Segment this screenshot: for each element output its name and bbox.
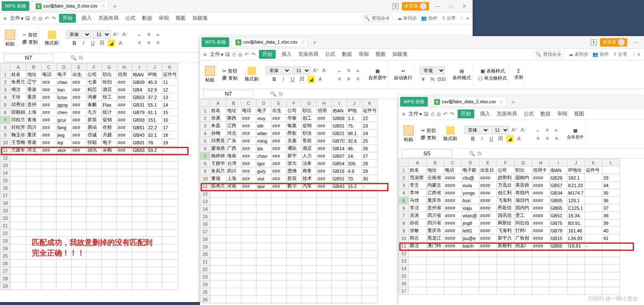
- align-center-icon[interactable]: ≡: [145, 39, 153, 47]
- cell[interactable]: [302, 266, 317, 273]
- cell[interactable]: [132, 199, 147, 207]
- cell[interactable]: 重庆: [26, 131, 41, 139]
- cell[interactable]: 40: [603, 227, 620, 235]
- col-header[interactable]: F: [287, 99, 302, 107]
- cell[interactable]: [409, 265, 427, 272]
- share-label[interactable]: ⇪ 分享: [442, 15, 456, 21]
- collab-label[interactable]: 👥 协作: [592, 51, 609, 57]
- cell[interactable]: 李文: [409, 182, 427, 189]
- numfmt-select[interactable]: 常规: [420, 66, 445, 75]
- cell[interactable]: ###: [241, 175, 256, 182]
- row-header[interactable]: 25: [0, 252, 10, 260]
- cell[interactable]: [210, 235, 226, 243]
- cell[interactable]: [444, 272, 462, 280]
- cell[interactable]: 人力: [302, 152, 317, 160]
- sum-button[interactable]: Σ: [517, 68, 520, 73]
- cell[interactable]: 澳门特: [427, 242, 444, 250]
- fill-button[interactable]: ◢: [506, 135, 514, 143]
- cell[interactable]: GB09: [132, 78, 147, 86]
- cell[interactable]: 李洁: [409, 204, 427, 212]
- cell[interactable]: [226, 205, 241, 213]
- cell[interactable]: 四川省: [427, 219, 444, 227]
- cell[interactable]: [427, 257, 444, 265]
- cell[interactable]: ###: [41, 94, 57, 101]
- cell[interactable]: [41, 184, 57, 192]
- cell[interactable]: ###: [41, 101, 57, 109]
- cell[interactable]: IBAN: [132, 71, 147, 78]
- tab-formula[interactable]: 公式: [323, 50, 338, 59]
- cell[interactable]: [147, 214, 162, 222]
- cell[interactable]: 拍卖/: [515, 242, 532, 250]
- cell[interactable]: 香港: [26, 139, 41, 146]
- cell[interactable]: 团购约: [515, 174, 532, 182]
- cell[interactable]: [515, 265, 532, 272]
- row-header[interactable]: 28: [0, 275, 10, 282]
- italic-button[interactable]: I: [280, 76, 287, 83]
- cell[interactable]: [117, 199, 132, 207]
- cell[interactable]: 22: [362, 115, 378, 122]
- col-header[interactable]: G: [515, 159, 532, 167]
- cell[interactable]: [427, 272, 444, 280]
- cell[interactable]: [210, 258, 226, 266]
- paste-icon[interactable]: [205, 66, 215, 76]
- cell[interactable]: 公司: [287, 107, 302, 115]
- cell[interactable]: qiar: [256, 182, 272, 190]
- cell[interactable]: 贵州省: [427, 204, 444, 212]
- cell[interactable]: 17: [162, 124, 178, 131]
- cell[interactable]: [287, 213, 302, 220]
- pin-icon[interactable]: □: [500, 99, 503, 104]
- cell[interactable]: ming: [256, 137, 272, 145]
- cell[interactable]: [41, 267, 57, 275]
- tab-start[interactable]: 开始: [59, 14, 76, 23]
- cell[interactable]: ####: [444, 227, 462, 235]
- cell[interactable]: [256, 288, 272, 296]
- cell[interactable]: [241, 198, 256, 205]
- cell[interactable]: [332, 250, 347, 258]
- cell[interactable]: 恩悌: [287, 167, 302, 175]
- cell[interactable]: [41, 177, 57, 184]
- bold-button[interactable]: B: [71, 39, 78, 47]
- cell[interactable]: [409, 250, 427, 257]
- cell[interactable]: 新宇力: [497, 235, 515, 242]
- cell[interactable]: [41, 214, 57, 222]
- cell[interactable]: [102, 177, 117, 184]
- cell[interactable]: ###: [41, 78, 57, 86]
- col-header[interactable]: F: [87, 63, 102, 71]
- cell[interactable]: 37.2: [147, 94, 162, 101]
- cell[interactable]: -: [585, 242, 603, 250]
- cell[interactable]: [479, 257, 497, 265]
- cell[interactable]: 广西: [226, 145, 241, 152]
- cell[interactable]: -: [162, 146, 178, 154]
- cell[interactable]: [102, 282, 117, 290]
- row-header[interactable]: 26: [0, 260, 10, 267]
- pin-icon[interactable]: □: [302, 40, 304, 44]
- cell[interactable]: GB57: [550, 182, 567, 189]
- cell[interactable]: 邱桂兰: [10, 116, 26, 124]
- preview-icon[interactable]: ◎: [38, 16, 42, 21]
- tab-data[interactable]: 数据: [339, 50, 354, 59]
- font-select[interactable]: 宋体: [266, 66, 291, 75]
- cell[interactable]: [147, 260, 162, 267]
- cell[interactable]: [210, 243, 226, 250]
- cell[interactable]: 电话: [444, 167, 462, 174]
- row-header[interactable]: 6: [0, 109, 10, 116]
- cell[interactable]: [603, 272, 620, 280]
- cell[interactable]: jing8: [462, 219, 479, 227]
- row-header[interactable]: 21: [200, 258, 210, 266]
- cell[interactable]: 河北: [226, 130, 241, 137]
- cell[interactable]: ###: [72, 101, 87, 109]
- cell[interactable]: 姓名: [210, 107, 226, 115]
- row-header[interactable]: 6: [399, 204, 409, 212]
- cell[interactable]: [241, 296, 256, 303]
- cell[interactable]: [287, 228, 302, 235]
- undo-icon[interactable]: ↶: [245, 52, 249, 57]
- cell[interactable]: 28: [362, 160, 378, 167]
- col-header[interactable]: I: [132, 63, 147, 71]
- cell[interactable]: GB51: [332, 175, 347, 182]
- cell[interactable]: [102, 275, 117, 282]
- cell[interactable]: 孙岩: [409, 219, 427, 227]
- cell[interactable]: 万迅日: [497, 182, 515, 189]
- cell[interactable]: 范淑荣: [409, 174, 427, 182]
- cell[interactable]: [102, 214, 117, 222]
- cell[interactable]: [256, 273, 272, 281]
